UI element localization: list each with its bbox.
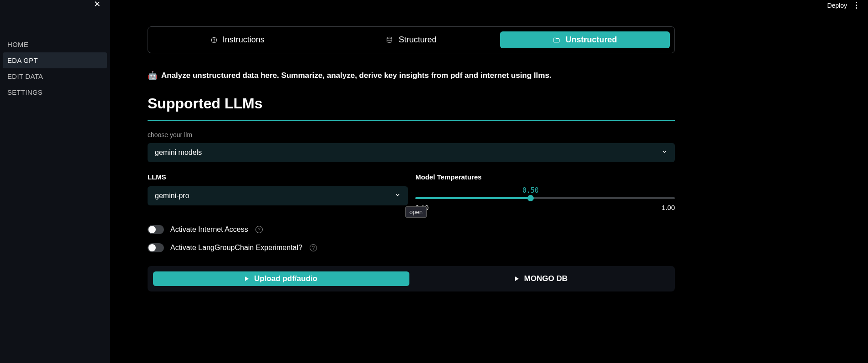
tab-label: Structured xyxy=(398,35,436,45)
tab-unstructured[interactable]: Unstructured xyxy=(500,31,670,48)
toggle-langgroup-row: Activate LangGroupChain Experimental? ? xyxy=(148,243,675,252)
open-tooltip: open xyxy=(405,206,427,218)
close-sidebar-icon[interactable]: ✕ xyxy=(94,0,101,8)
chevron-down-icon xyxy=(661,148,668,157)
llm-category-label: choose your llm xyxy=(148,131,675,138)
temperature-label: Model Temperatures xyxy=(415,173,675,181)
toggle-knob xyxy=(148,244,156,251)
page-description: 🤖 Analyze unstructured data here. Summar… xyxy=(148,71,675,81)
llm-select-label: LLMS xyxy=(148,173,408,181)
header-actions: Deploy xyxy=(827,0,859,10)
help-icon[interactable]: ? xyxy=(310,244,317,251)
expander-row: Upload pdf/audio MONGO DB xyxy=(148,266,675,291)
llm-select-col: LLMS gemini-pro xyxy=(148,173,408,211)
section-heading: Supported LLMs xyxy=(148,95,675,121)
select-value: gemini models xyxy=(155,148,202,157)
svg-point-1 xyxy=(214,41,214,41)
toggle-internet-label: Activate Internet Access xyxy=(170,225,248,234)
toggle-langgroup-label: Activate LangGroupChain Experimental? xyxy=(170,244,302,252)
expander-mongo[interactable]: MONGO DB xyxy=(413,271,669,286)
robot-icon: 🤖 xyxy=(148,71,158,81)
tabs-container: Instructions Structured Unstructured xyxy=(148,26,675,53)
llm-select[interactable]: gemini-pro xyxy=(148,186,408,205)
question-icon xyxy=(211,37,217,43)
description-text: Analyze unstructured data here. Summariz… xyxy=(161,71,551,80)
deploy-button[interactable]: Deploy xyxy=(827,2,847,9)
triangle-right-icon xyxy=(245,276,249,281)
sidebar-item-label: EDIT DATA xyxy=(7,72,43,80)
temperature-col: Model Temperatures open 0.50 0.10 1.00 xyxy=(415,173,675,211)
temperature-slider[interactable]: open 0.50 0.10 1.00 xyxy=(415,186,675,211)
sidebar-item-label: HOME xyxy=(7,41,28,48)
expander-upload[interactable]: Upload pdf/audio xyxy=(153,271,409,286)
triangle-right-icon xyxy=(515,276,519,281)
sidebar-item-eda-gpt[interactable]: EDA GPT xyxy=(3,52,107,68)
sidebar-item-label: EDA GPT xyxy=(7,56,38,64)
tab-structured[interactable]: Structured xyxy=(326,31,496,48)
select-value: gemini-pro xyxy=(155,192,189,200)
help-icon[interactable]: ? xyxy=(255,226,263,233)
toggle-knob xyxy=(148,226,156,233)
llm-temp-row: LLMS gemini-pro Model Temperatures open … xyxy=(148,173,675,211)
tab-label: Unstructured xyxy=(566,35,617,45)
toggle-langgroup[interactable] xyxy=(148,243,164,252)
slider-value: 0.50 xyxy=(522,186,539,194)
slider-thumb[interactable] xyxy=(527,195,534,201)
svg-point-2 xyxy=(387,37,392,39)
slider-max: 1.00 xyxy=(662,204,675,211)
toggle-internet-row: Activate Internet Access ? xyxy=(148,225,675,234)
tab-label: Instructions xyxy=(223,35,265,45)
sidebar-item-settings[interactable]: SETTINGS xyxy=(0,84,110,100)
slider-track xyxy=(415,197,675,199)
toggle-internet[interactable] xyxy=(148,225,164,234)
chevron-down-icon xyxy=(394,192,401,200)
expander-label: MONGO DB xyxy=(524,274,567,283)
slider-bounds: 0.10 1.00 xyxy=(415,204,675,211)
tab-instructions[interactable]: Instructions xyxy=(153,31,322,48)
sidebar-item-label: SETTINGS xyxy=(7,88,42,96)
database-icon xyxy=(386,36,393,44)
main-content: Instructions Structured Unstructured 🤖 A… xyxy=(148,26,675,291)
slider-fill xyxy=(415,197,531,199)
menu-kebab-icon[interactable] xyxy=(854,0,859,10)
sidebar-nav: HOME EDA GPT EDIT DATA SETTINGS xyxy=(0,0,110,100)
sidebar-item-edit-data[interactable]: EDIT DATA xyxy=(0,68,110,84)
sidebar-item-home[interactable]: HOME xyxy=(0,36,110,52)
sidebar: ✕ HOME EDA GPT EDIT DATA SETTINGS xyxy=(0,0,110,363)
folder-icon xyxy=(553,36,560,44)
expander-label: Upload pdf/audio xyxy=(254,274,317,283)
llm-category-select[interactable]: gemini models xyxy=(148,143,675,162)
